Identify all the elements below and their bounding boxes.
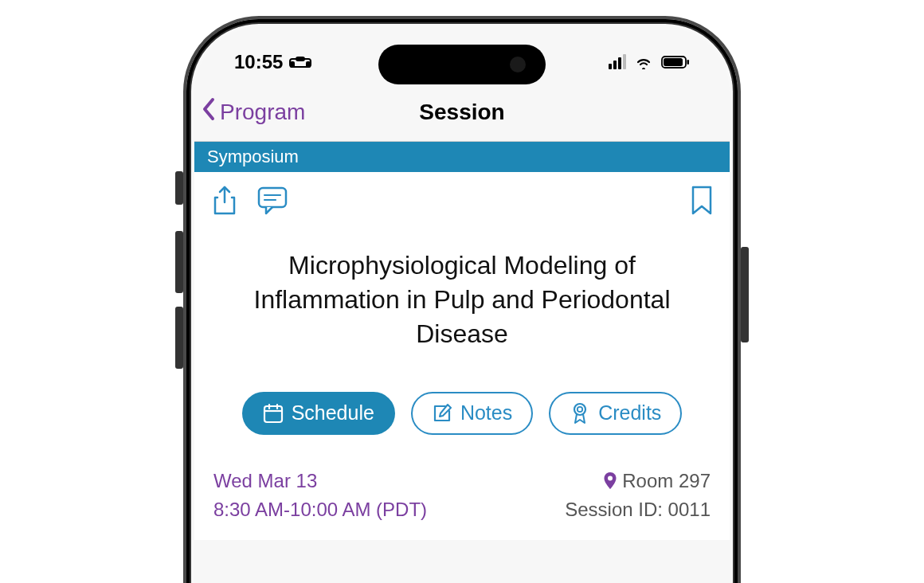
meta-datetime: Wed Mar 13 8:30 AM-10:00 AM (PDT) [213, 467, 427, 524]
bookmark-button[interactable] [690, 185, 714, 217]
phone-volume-up-button [175, 231, 183, 293]
notes-button[interactable]: Notes [411, 392, 533, 435]
status-time: 10:55 [234, 51, 283, 73]
wifi-icon [634, 55, 653, 69]
room-line: Room 297 [565, 467, 711, 495]
action-pill-row: Schedule Notes [210, 392, 714, 435]
svg-rect-10 [264, 406, 282, 422]
credits-button[interactable]: Credits [549, 392, 682, 435]
svg-point-16 [608, 475, 613, 480]
sleep-icon [289, 54, 311, 70]
svg-rect-6 [687, 60, 690, 65]
edit-icon [432, 403, 452, 424]
page-title: Session [419, 100, 504, 125]
credits-label: Credits [598, 401, 661, 425]
svg-rect-2 [306, 61, 311, 68]
card-action-row [210, 185, 714, 217]
meta-session-id: Session ID: 0011 [565, 495, 711, 524]
meta-row: Wed Mar 13 8:30 AM-10:00 AM (PDT) Room 2… [210, 467, 714, 524]
schedule-button[interactable]: Schedule [242, 392, 395, 435]
session-title: Microphysiological Modeling of Inflammat… [210, 248, 714, 352]
location-pin-icon [603, 471, 617, 491]
battery-icon [661, 55, 690, 69]
meta-time: 8:30 AM-10:00 AM (PDT) [213, 495, 427, 524]
phone-silent-switch [175, 171, 183, 205]
meta-room: Room 297 [622, 467, 711, 495]
schedule-label: Schedule [292, 401, 374, 425]
phone-power-button [741, 247, 749, 342]
category-bar: Symposium [194, 142, 730, 172]
meta-date: Wed Mar 13 [213, 467, 427, 495]
share-button[interactable] [210, 185, 239, 217]
svg-rect-3 [296, 57, 305, 61]
session-card: Microphysiological Modeling of Inflammat… [194, 172, 730, 540]
nav-bar: Program Session [194, 83, 730, 142]
phone-volume-down-button [175, 307, 183, 369]
calendar-icon [263, 403, 284, 424]
status-left: 10:55 [234, 51, 311, 73]
svg-point-15 [578, 406, 582, 411]
svg-rect-5 [664, 58, 683, 66]
cellular-icon [609, 55, 626, 69]
phone-frame: 10:55 [183, 16, 741, 583]
award-icon [570, 401, 590, 425]
status-right [609, 55, 690, 69]
notes-label: Notes [460, 401, 512, 425]
svg-point-14 [574, 404, 585, 415]
comment-button[interactable] [256, 186, 288, 216]
svg-rect-1 [290, 61, 295, 68]
category-label: Symposium [207, 147, 299, 166]
back-label: Program [220, 100, 305, 125]
phone-camera [510, 57, 526, 72]
meta-location: Room 297 Session ID: 0011 [565, 467, 711, 524]
phone-screen: 10:55 [194, 27, 730, 583]
chevron-left-icon [201, 97, 218, 127]
back-button[interactable]: Program [201, 97, 305, 127]
svg-rect-7 [259, 188, 286, 207]
